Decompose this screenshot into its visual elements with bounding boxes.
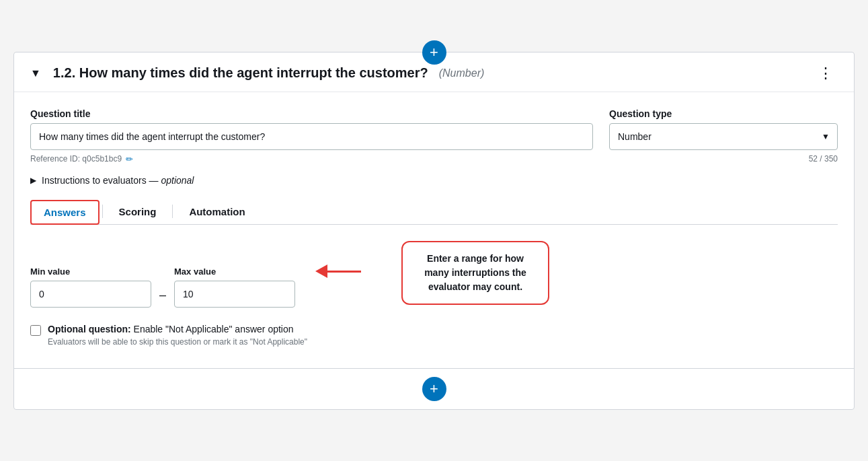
optional-label: Optional question:	[48, 324, 131, 334]
tooltip-container: Enter a range for how many interruptions…	[310, 241, 549, 308]
header-left: ▼ 1.2. How many times did the agent inte…	[30, 65, 484, 81]
question-type-select-wrapper: Number Yes/No Multiple choice Text	[609, 123, 838, 150]
min-value-input[interactable]	[30, 281, 151, 308]
optional-desc: Enable "Not Applicable" answer option	[134, 324, 294, 334]
tab-divider-2	[172, 205, 173, 218]
max-value-label: Max value	[174, 267, 295, 277]
reference-id: Reference ID: q0c5b1bc9 ✏	[30, 154, 133, 164]
tab-answers[interactable]: Answers	[30, 200, 100, 225]
question-type-badge: (Number)	[439, 67, 485, 79]
ref-id-text: Reference ID: q0c5b1bc9	[30, 154, 122, 164]
question-type-label: Question type	[609, 108, 838, 119]
bottom-add-button-row: +	[14, 368, 854, 409]
optional-question-text-group: Optional question: Enable "Not Applicabl…	[48, 324, 307, 347]
instructions-label: Instructions to evaluators — optional	[42, 175, 194, 186]
optional-question-checkbox[interactable]	[30, 325, 41, 336]
question-type-group: Question type Number Yes/No Multiple cho…	[609, 108, 838, 150]
bottom-plus-icon: +	[430, 380, 438, 398]
tab-divider-1	[102, 205, 103, 218]
min-value-label: Min value	[30, 267, 151, 277]
optional-question-row: Optional question: Enable "Not Applicabl…	[30, 324, 838, 347]
instructions-optional: optional	[161, 175, 194, 186]
answers-section: Min value – Max value Enter a range for …	[30, 241, 838, 368]
optional-subtext: Evaluators will be able to skip this que…	[48, 337, 307, 347]
range-row: Min value – Max value Enter a range for …	[30, 241, 838, 308]
top-plus-icon: +	[430, 44, 438, 61]
edit-ref-icon[interactable]: ✏	[126, 154, 133, 164]
question-title-input[interactable]	[30, 123, 593, 150]
instructions-expand-icon: ▶	[30, 176, 36, 185]
max-value-group: Max value	[174, 267, 295, 308]
question-card: + ▼ 1.2. How many times did the agent in…	[13, 52, 855, 410]
card-body: Question title Question type Number Yes/…	[14, 92, 854, 368]
arrow-line	[327, 271, 361, 273]
tabs-row: Answers Scoring Automation	[30, 199, 838, 225]
max-value-input[interactable]	[174, 281, 295, 308]
arrow-wrapper	[315, 264, 361, 278]
bottom-add-button[interactable]: +	[422, 377, 446, 401]
range-dash: –	[159, 288, 166, 308]
question-title-header: 1.2. How many times did the agent interr…	[53, 65, 428, 81]
question-type-select[interactable]: Number Yes/No Multiple choice Text	[609, 123, 838, 150]
question-title-label: Question title	[30, 108, 593, 119]
tab-automation[interactable]: Automation	[175, 199, 258, 224]
question-title-group: Question title	[30, 108, 593, 150]
collapse-icon[interactable]: ▼	[30, 67, 41, 79]
top-add-button[interactable]: +	[422, 40, 446, 65]
tab-scoring[interactable]: Scoring	[106, 199, 170, 224]
tooltip-bubble: Enter a range for how many interruptions…	[401, 241, 549, 305]
meta-row: Reference ID: q0c5b1bc9 ✏ 52 / 350	[30, 154, 838, 164]
char-count: 52 / 350	[809, 154, 838, 164]
arrow-head	[315, 264, 327, 278]
optional-question-text: Optional question: Enable "Not Applicabl…	[48, 324, 307, 334]
more-options-button[interactable]: ⋮	[814, 65, 838, 82]
instructions-row[interactable]: ▶ Instructions to evaluators — optional	[30, 175, 838, 186]
min-value-group: Min value	[30, 267, 151, 308]
form-row: Question title Question type Number Yes/…	[30, 108, 838, 150]
